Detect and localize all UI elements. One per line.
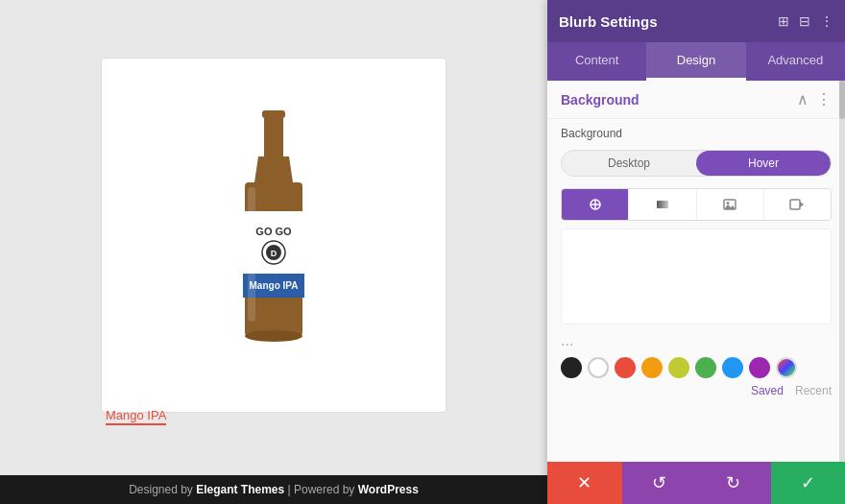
swatch-white[interactable]: [588, 357, 609, 378]
gradient-tab[interactable]: [629, 189, 696, 220]
scrollbar-thumb[interactable]: [839, 81, 845, 119]
swatch-black[interactable]: [561, 357, 582, 378]
panel-header-icons: ⊞ ⊟ ⋮: [778, 13, 833, 29]
tab-content[interactable]: Content: [547, 42, 646, 81]
bottle-svg: GO GO D Mango IPA: [216, 106, 331, 365]
bottle-wrapper: GO GO D Mango IPA: [216, 106, 331, 365]
section-header-icons: ∧ ⋮: [797, 90, 832, 108]
swatch-blue[interactable]: [722, 357, 743, 378]
section-header: Background ∧ ⋮: [547, 81, 845, 119]
hover-toggle-btn[interactable]: Hover: [696, 151, 831, 176]
svg-rect-16: [657, 201, 668, 208]
svg-marker-19: [724, 204, 736, 209]
svg-rect-0: [262, 110, 285, 118]
svg-rect-12: [248, 187, 255, 322]
icon-tabs-wrapper: 2: [547, 188, 845, 221]
product-label: Mango IPA: [106, 408, 166, 425]
footer-brand2: WordPress: [358, 483, 419, 496]
scrollbar-track: [839, 81, 845, 462]
panel-tabs: Content Design Advanced: [547, 42, 845, 81]
saved-link[interactable]: Saved: [751, 384, 784, 397]
swatch-green[interactable]: [695, 357, 716, 378]
swatch-orange[interactable]: [641, 357, 663, 378]
svg-marker-21: [800, 202, 804, 207]
swatch-yellow-green[interactable]: [668, 357, 689, 378]
bottle-card: GO GO D Mango IPA: [101, 58, 447, 413]
tab-design[interactable]: Design: [646, 42, 745, 81]
swatch-red[interactable]: [615, 357, 636, 378]
footer-text1: Designed by: [129, 483, 196, 496]
image-tab[interactable]: [697, 189, 764, 220]
panel-header: Blurb Settings ⊞ ⊟ ⋮: [547, 0, 845, 42]
fullscreen-icon[interactable]: ⊞: [778, 13, 789, 29]
swatch-purple[interactable]: [749, 357, 770, 378]
footer-text2: | Powered by: [284, 483, 358, 496]
save-button[interactable]: ✓: [771, 462, 846, 504]
panel-content: Background ∧ ⋮ Background 1 Desktop Hove…: [547, 81, 845, 462]
color-picker-btn[interactable]: [776, 357, 797, 378]
panel-toolbar: ✕ ↺ ↻ ✓: [547, 462, 845, 504]
desktop-hover-toggle: Desktop Hover: [561, 150, 832, 177]
recent-link[interactable]: Recent: [795, 384, 832, 397]
blurb-settings-panel: Blurb Settings ⊞ ⊟ ⋮ Content Design Adva…: [547, 0, 845, 504]
section-more-icon[interactable]: ⋮: [816, 90, 832, 108]
cancel-button[interactable]: ✕: [547, 462, 622, 504]
toggle-row: 1 Desktop Hover: [547, 144, 845, 182]
svg-marker-2: [254, 118, 293, 182]
gradient-icon: [655, 197, 670, 212]
svg-text:Mango IPA: Mango IPA: [250, 280, 299, 291]
color-tab[interactable]: [562, 189, 629, 220]
svg-point-18: [727, 202, 730, 204]
video-icon: [789, 197, 805, 212]
footer-bar: Designed by Elegant Themes | Powered by …: [0, 475, 547, 504]
video-tab[interactable]: [764, 189, 831, 220]
color-area-wrapper: 3: [547, 228, 845, 324]
footer-brand1: Elegant Themes: [196, 483, 284, 496]
saved-recent-row: Saved Recent: [547, 382, 845, 403]
undo-button[interactable]: ↺: [622, 462, 697, 504]
redo-button[interactable]: ↻: [696, 462, 771, 504]
canvas-area: GO GO D Mango IPA Mango IPA Designed by …: [0, 0, 547, 504]
tab-advanced[interactable]: Advanced: [746, 42, 845, 81]
bg-type-tabs: [561, 188, 832, 221]
color-options-menu[interactable]: ···: [547, 332, 845, 357]
svg-text:GO GO: GO GO: [255, 226, 292, 237]
background-label: Background: [547, 119, 845, 144]
color-swatches-row: [547, 357, 845, 382]
more-icon[interactable]: ⋮: [820, 13, 833, 29]
collapse-icon[interactable]: ∧: [797, 90, 809, 108]
image-icon: [722, 197, 737, 212]
svg-text:D: D: [271, 249, 278, 258]
svg-rect-20: [790, 200, 800, 209]
panel-title: Blurb Settings: [559, 13, 658, 30]
color-picker-area[interactable]: [561, 228, 832, 324]
desktop-toggle-btn[interactable]: Desktop: [562, 151, 696, 176]
section-title: Background: [561, 92, 640, 108]
color-icon: [588, 197, 603, 212]
columns-icon[interactable]: ⊟: [799, 13, 810, 29]
svg-point-4: [245, 330, 302, 342]
